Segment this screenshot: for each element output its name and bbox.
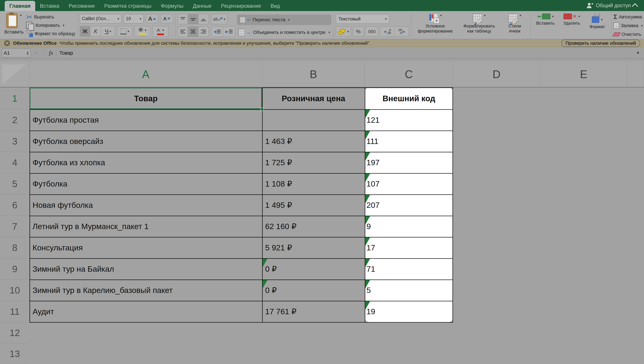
cell-styles-button[interactable]: ▾ Стили ячеек [501, 13, 528, 34]
underline-button[interactable]: Ч▾ [101, 26, 115, 37]
column-header-D[interactable]: D [453, 61, 540, 88]
row-header-12[interactable]: 12 [0, 322, 30, 344]
delete-cells-button[interactable]: ✕▾ Удалить [560, 13, 584, 26]
format-cells-button[interactable]: |↔|▾ Формат [585, 13, 609, 30]
borders-button[interactable]: ▾ [117, 26, 132, 37]
currency-dropdown[interactable]: ▾ [347, 30, 349, 34]
underline-dropdown[interactable]: ▾ [110, 29, 111, 33]
row-header-4[interactable]: 4 [0, 152, 30, 173]
tab-Рецензирование[interactable]: Рецензирование [216, 1, 266, 11]
align-top-button[interactable] [178, 14, 188, 24]
cell-C7[interactable]: 9 [365, 216, 453, 237]
cell-C3[interactable]: 111 [365, 130, 453, 152]
cell-B9[interactable]: 0 ₽ [262, 258, 365, 280]
row-header-2[interactable]: 2 [0, 109, 30, 130]
column-header-E[interactable]: E [540, 61, 627, 88]
name-box[interactable]: A1 ▲▼ [2, 48, 31, 58]
font-family-select[interactable]: Calibri (Осн...▾ [80, 14, 122, 24]
cell-B6[interactable]: 1 495 ₽ [262, 194, 365, 216]
fill-dropdown[interactable]: ▾ [641, 24, 643, 28]
percent-button[interactable]: % [353, 26, 364, 36]
formula-input[interactable]: Товар [59, 50, 73, 56]
cell-C10[interactable]: 5 [365, 280, 453, 301]
chevron-up-icon[interactable] [632, 3, 638, 10]
cell-C9[interactable]: 71 [365, 258, 453, 280]
conditional-formatting-button[interactable]: ≠▾ Условное форматирование [413, 13, 457, 34]
decrease-indent-button[interactable]: ◀ [211, 26, 223, 37]
number-format-select[interactable]: Текстовый▾ [336, 14, 389, 24]
row-header-10[interactable]: 10 [0, 280, 30, 301]
autosum-button[interactable]: Σ Автосумма ▾ [613, 13, 644, 21]
enter-icon[interactable]: ✓ [42, 50, 46, 56]
align-bottom-button[interactable] [198, 14, 209, 24]
align-left-button[interactable] [178, 26, 188, 37]
row-header-9[interactable]: 9 [0, 258, 30, 280]
cancel-icon[interactable]: ✕ [34, 50, 39, 56]
row-header-6[interactable]: 6 [0, 194, 30, 216]
cell-B8[interactable]: 5 921 ₽ [262, 237, 365, 258]
tab-Данные[interactable]: Данные [188, 1, 216, 11]
clear-button[interactable]: Очистить ▾ [613, 30, 644, 38]
insert-function-icon[interactable]: fx [49, 50, 53, 56]
font-color-button[interactable]: А▾ [153, 26, 169, 37]
row-header-3[interactable]: 3 [0, 130, 30, 152]
cell-C2[interactable]: 121 [365, 109, 453, 130]
merge-center-button[interactable]: ↔ Объединить и поместить в центре ▾ [237, 29, 332, 36]
currency-button[interactable]: ▾ [336, 26, 351, 36]
row-header-8[interactable]: 8 [0, 237, 30, 258]
fill-color-button[interactable]: ▾ [134, 26, 151, 37]
shrink-font-button[interactable]: A [161, 14, 173, 24]
wrap-text-dropdown[interactable]: ▾ [288, 18, 290, 22]
cell-A6[interactable]: Новая футболка [30, 194, 262, 216]
row-header-7[interactable]: 7 [0, 216, 30, 237]
spreadsheet-grid[interactable]: ABCDE12345678910111213ТоварРозничная цен… [0, 59, 644, 364]
check-updates-button[interactable]: Проверить наличие обновлений [561, 40, 640, 47]
copy-button[interactable]: Копировать ▾ [26, 22, 75, 29]
cell-B1[interactable]: Розничная цена [262, 88, 365, 109]
column-header-C[interactable]: C [365, 61, 453, 88]
format-painter-button[interactable]: Формат по образцу [26, 30, 75, 38]
decrease-decimal-button[interactable]: ◀ ,0,00 [380, 26, 394, 36]
cut-button[interactable]: ✂ Вырезать [26, 13, 75, 21]
increase-indent-button[interactable]: ▶ [223, 26, 235, 37]
increase-decimal-button[interactable]: ,00,0 ▶ [394, 26, 409, 36]
dismiss-notification-icon[interactable]: ✕ [4, 40, 10, 46]
cell-C4[interactable]: 197 [365, 152, 453, 173]
cell-C1[interactable]: Внешний код [365, 88, 453, 109]
selection-fill-handle[interactable] [260, 108, 264, 111]
column-header-B[interactable]: B [262, 61, 365, 88]
fill-color-dropdown[interactable]: ▾ [145, 28, 147, 32]
cell-C8[interactable]: 17 [365, 237, 453, 258]
tab-Вставка[interactable]: Вставка [35, 1, 64, 11]
cell-C11[interactable]: 19 [365, 301, 453, 322]
cell-A9[interactable]: Зимний тур на Байкал [30, 258, 262, 280]
merge-center-dropdown[interactable]: ▾ [328, 30, 330, 34]
font-size-select[interactable]: 10▾ [124, 14, 144, 24]
tab-Главная[interactable]: Главная [5, 1, 35, 11]
orientation-button[interactable]: ab ▾ [211, 14, 227, 24]
insert-cells-button[interactable]: ⬅▾ Вставить [533, 13, 558, 26]
font-color-dropdown[interactable]: ▾ [162, 28, 164, 32]
paste-dropdown[interactable]: ▾ [20, 14, 22, 18]
cell-B11[interactable]: 17 761 ₽ [262, 301, 365, 322]
row-header-13[interactable]: 13 [0, 344, 30, 364]
cell-A4[interactable]: Футболка из хлопка [30, 152, 262, 173]
name-box-spinner[interactable]: ▲▼ [26, 51, 29, 55]
tab-Рисование[interactable]: Рисование [64, 1, 100, 11]
row-header-11[interactable]: 11 [0, 301, 30, 322]
borders-dropdown[interactable]: ▾ [128, 29, 129, 33]
cell-A10[interactable]: Зимний тур в Карелию_базовый пакет [30, 280, 262, 301]
italic-button[interactable]: К [90, 26, 101, 37]
cell-A8[interactable]: Консультация [30, 237, 262, 258]
cell-A3[interactable]: Футболка оверсайз [30, 130, 262, 152]
align-middle-button[interactable] [188, 14, 198, 24]
cell-A11[interactable]: Аудит [30, 301, 262, 322]
copy-dropdown[interactable]: ▾ [63, 23, 65, 27]
format-as-table-button[interactable]: ▾ Форматировать как таблицу [459, 13, 499, 34]
bold-button[interactable]: Ж [80, 26, 90, 37]
column-header-A[interactable]: A [30, 61, 262, 88]
cell-B4[interactable]: 1 725 ₽ [262, 152, 365, 173]
align-center-button[interactable] [188, 26, 198, 37]
cell-A7[interactable]: Летний тур в Мурманск_пакет 1 [30, 216, 262, 237]
cell-A5[interactable]: Футболка [30, 173, 262, 194]
